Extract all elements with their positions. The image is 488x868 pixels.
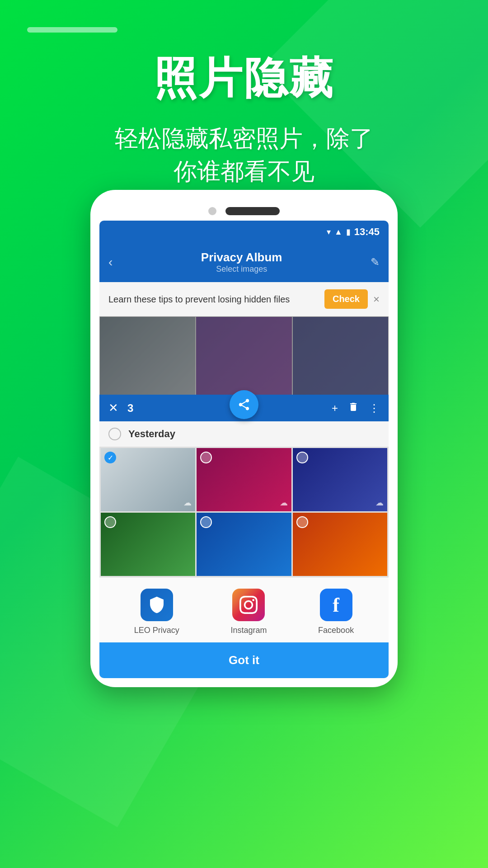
instagram-label: Instagram [230, 626, 267, 635]
share-icon [237, 398, 251, 411]
phone-mockup: ▾ ▲ ▮ 13:45 ‹ Privacy Album Select image… [90, 190, 398, 687]
more-options-icon[interactable]: ⋮ [369, 402, 380, 415]
cloud-icon-2: ☁ [280, 498, 288, 508]
photo-thumb-4[interactable] [101, 513, 195, 576]
photo-check-6 [296, 516, 308, 528]
photo-check-5 [200, 516, 212, 528]
leo-privacy-label: LEO Privacy [134, 626, 179, 635]
sub-title-line1: 轻松隐藏私密照片，除了 [115, 125, 373, 151]
shield-icon [148, 596, 166, 614]
wifi-icon: ▾ [327, 227, 331, 237]
sub-title-line2: 你谁都看不见 [174, 158, 314, 184]
photo-thumb-3[interactable]: ☁ [293, 448, 387, 511]
photo-check-2 [200, 452, 212, 463]
header-center: Privacy Album Select images [201, 250, 282, 274]
selection-left: ✕ 3 [108, 401, 133, 415]
app-title: Privacy Album [201, 250, 282, 264]
edit-button[interactable]: ✎ [371, 256, 380, 269]
share-dialog: ✕ 3 + [99, 316, 389, 678]
status-bar: ▾ ▲ ▮ 13:45 [99, 221, 389, 243]
photo-check-3 [296, 452, 308, 463]
signal-icon: ▲ [334, 227, 343, 237]
selection-close-button[interactable]: ✕ [108, 401, 118, 415]
back-button[interactable]: ‹ [108, 255, 113, 269]
phone-speaker [225, 207, 280, 215]
app-subtitle: Select images [201, 264, 282, 274]
trash-icon [348, 401, 359, 412]
screen-content: ✕ 3 + [99, 316, 389, 678]
instagram-icon [232, 589, 265, 621]
dialog-panel: ✕ 3 + [99, 395, 389, 678]
instagram-app[interactable]: Instagram [230, 589, 267, 635]
phone-top [99, 199, 389, 221]
photo-check-4 [104, 516, 116, 528]
photo-thumb-5[interactable] [197, 513, 291, 576]
notification-text: Learn these tips to prevent losing hidde… [108, 293, 319, 305]
main-title: 照片隐藏 [27, 50, 461, 108]
section-header: Yesterday [99, 421, 389, 447]
status-icons: ▾ ▲ ▮ 13:45 [327, 226, 380, 238]
battery-icon: ▮ [346, 227, 351, 237]
section-radio-button[interactable] [108, 428, 121, 440]
add-icon[interactable]: + [332, 402, 338, 415]
cloud-icon-1: ☁ [183, 498, 192, 508]
header-area: 照片隐藏 轻松隐藏私密照片，除了 你谁都看不见 [0, 50, 488, 188]
close-notification-button[interactable]: × [373, 293, 380, 306]
got-it-button[interactable]: Got it [99, 642, 389, 678]
selection-right: + ⋮ [332, 401, 380, 415]
delete-icon[interactable] [348, 401, 359, 415]
sub-title: 轻松隐藏私密照片，除了 你谁都看不见 [27, 122, 461, 188]
check-button[interactable]: Check [324, 289, 368, 309]
selection-count: 3 [127, 402, 133, 415]
facebook-label: Facebook [318, 626, 354, 635]
status-time: 13:45 [354, 226, 380, 238]
photo-thumb-1[interactable]: ✓ ☁ [101, 448, 195, 511]
photo-thumb-6[interactable] [293, 513, 387, 576]
app-header: ‹ Privacy Album Select images ✎ [99, 243, 389, 282]
phone-screen: ▾ ▲ ▮ 13:45 ‹ Privacy Album Select image… [99, 221, 389, 678]
facebook-app[interactable]: f Facebook [318, 589, 354, 635]
phone-camera [208, 207, 216, 215]
share-apps-row: LEO Privacy Instagram [99, 577, 389, 642]
instagram-logo [239, 596, 258, 614]
photos-grid: ✓ ☁ ☁ ☁ [99, 447, 389, 577]
phone-shell: ▾ ▲ ▮ 13:45 ‹ Privacy Album Select image… [90, 190, 398, 687]
selection-toolbar: ✕ 3 + [99, 395, 389, 421]
leo-privacy-app[interactable]: LEO Privacy [134, 589, 179, 635]
section-label: Yesterday [128, 428, 175, 440]
leo-privacy-icon [141, 589, 173, 621]
facebook-icon: f [320, 589, 352, 621]
share-fab-button[interactable] [230, 390, 258, 419]
notification-banner: Learn these tips to prevent losing hidde… [99, 282, 389, 316]
photo-thumb-2[interactable]: ☁ [197, 448, 291, 511]
cloud-icon-3: ☁ [375, 498, 384, 508]
top-decoration-bar [27, 27, 117, 33]
photo-check-1: ✓ [104, 452, 116, 463]
